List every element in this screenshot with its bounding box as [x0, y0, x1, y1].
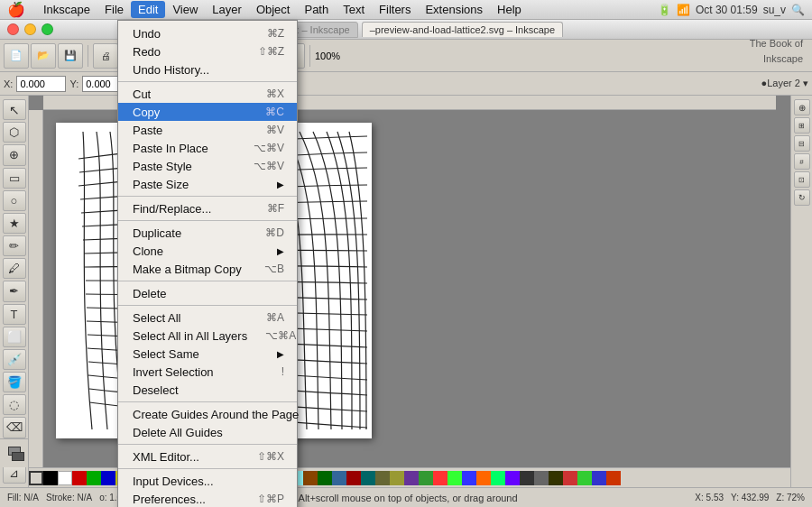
stroke-box[interactable]: [12, 452, 24, 461]
menu-delete-all-guides[interactable]: Delete All Guides: [118, 423, 297, 441]
red-swatch[interactable]: [72, 471, 87, 485]
menubar-filters[interactable]: Filters: [372, 1, 418, 18]
menu-redo[interactable]: Redo ⇧⌘Z: [118, 42, 297, 60]
black-swatch[interactable]: [43, 471, 58, 485]
dustyred-swatch[interactable]: [563, 471, 577, 485]
menubar-file[interactable]: File: [97, 1, 131, 18]
menubar-path[interactable]: Path: [297, 1, 336, 18]
menubar-text[interactable]: Text: [336, 1, 372, 18]
eraser-tool[interactable]: ⌫: [3, 417, 26, 438]
close-button[interactable]: [7, 23, 19, 35]
tan-swatch[interactable]: [390, 471, 404, 485]
sep-3: [118, 220, 297, 221]
xml-editor-shortcut: ⇧⌘X: [257, 450, 284, 463]
menu-paste[interactable]: Paste ⌘V: [118, 121, 297, 139]
menu-input-devices[interactable]: Input Devices...: [118, 472, 297, 490]
menu-preferences[interactable]: Preferences... ⇧⌘P: [118, 490, 297, 507]
zoom-fit-right[interactable]: ⊡: [794, 171, 810, 188]
menu-deselect[interactable]: Deselect: [118, 381, 297, 399]
blue-swatch[interactable]: [101, 471, 115, 485]
paint-bucket-tool[interactable]: 🪣: [3, 372, 26, 392]
window-tab-active[interactable]: –preview-and-load-lattice2.svg – Inkscap…: [362, 22, 563, 37]
rect-tool[interactable]: ▭: [3, 168, 26, 189]
grid-btn[interactable]: #: [794, 153, 810, 170]
node-tool[interactable]: ⬡: [3, 122, 26, 143]
menu-paste-in-place[interactable]: Paste In Place ⌥⌘V: [118, 139, 297, 157]
indigo-swatch[interactable]: [404, 471, 419, 485]
navy-swatch[interactable]: [332, 471, 346, 485]
menu-copy[interactable]: Copy ⌘C: [118, 103, 297, 121]
pen-tool[interactable]: 🖊: [3, 258, 26, 279]
menubar-inkscape[interactable]: Inkscape: [36, 1, 97, 18]
menubar-help[interactable]: Help: [490, 1, 529, 18]
menubar-object[interactable]: Object: [249, 1, 298, 18]
eyedropper-tool[interactable]: 💉: [3, 349, 26, 370]
pencil-tool[interactable]: ✏: [3, 235, 26, 256]
menu-invert-selection[interactable]: Invert Selection !: [118, 363, 297, 381]
apple-menu[interactable]: 🍎: [7, 1, 25, 18]
menu-find-replace[interactable]: Find/Replace... ⌘F: [118, 199, 297, 217]
menu-cut[interactable]: Cut ⌘X: [118, 85, 297, 103]
snap-toggle[interactable]: ⊕: [794, 99, 810, 115]
layer-selector[interactable]: ●Layer 2 ▾: [761, 78, 808, 89]
dkgreen-swatch[interactable]: [318, 471, 332, 485]
olive-swatch[interactable]: [375, 471, 390, 485]
dkteal-swatch[interactable]: [361, 471, 375, 485]
mintgreen-swatch[interactable]: [491, 471, 505, 485]
menu-select-all-layers[interactable]: Select All in All Layers ⌥⌘A: [118, 327, 297, 345]
menu-duplicate[interactable]: Duplicate ⌘D: [118, 224, 297, 242]
brown-swatch[interactable]: [303, 471, 318, 485]
minimize-button[interactable]: [24, 23, 36, 35]
dkgray-swatch[interactable]: [520, 471, 534, 485]
brightorange-swatch[interactable]: [476, 471, 491, 485]
white-swatch[interactable]: [58, 471, 72, 485]
redbrown-swatch[interactable]: [606, 471, 621, 485]
guides-btn[interactable]: ⊟: [794, 135, 810, 152]
medgreen-swatch[interactable]: [577, 471, 592, 485]
menu-select-same[interactable]: Select Same ▶: [118, 345, 297, 363]
new-button[interactable]: 📄: [4, 43, 29, 69]
menubar-extensions[interactable]: Extensions: [418, 1, 490, 18]
maroon-swatch[interactable]: [346, 471, 361, 485]
menubar-layer[interactable]: Layer: [205, 1, 249, 18]
midgray-swatch[interactable]: [534, 471, 549, 485]
violet-swatch[interactable]: [505, 471, 520, 485]
menu-clone[interactable]: Clone ▶: [118, 242, 297, 260]
menu-undo-history[interactable]: Undo History...: [118, 60, 297, 78]
menu-paste-size[interactable]: Paste Size ▶: [118, 175, 297, 193]
circle-tool[interactable]: ○: [3, 190, 26, 211]
green-swatch[interactable]: [87, 471, 101, 485]
menubar-view[interactable]: View: [165, 1, 205, 18]
menu-select-all[interactable]: Select All ⌘A: [118, 309, 297, 327]
star-tool[interactable]: ★: [3, 213, 26, 234]
lime-swatch[interactable]: [419, 471, 433, 485]
medblue-swatch[interactable]: [592, 471, 606, 485]
gradient-tool[interactable]: ⬜: [3, 327, 26, 347]
brightblue-swatch[interactable]: [462, 471, 476, 485]
print-button[interactable]: 🖨: [93, 43, 118, 69]
maximize-button[interactable]: [42, 23, 53, 35]
open-button[interactable]: 📂: [31, 43, 56, 69]
save-button[interactable]: 💾: [58, 43, 83, 69]
menu-make-bitmap-copy[interactable]: Make a Bitmap Copy ⌥B: [118, 260, 297, 278]
transparent-swatch[interactable]: [29, 471, 43, 485]
menu-delete[interactable]: Delete: [118, 284, 297, 302]
x-coord-input[interactable]: [16, 76, 66, 92]
text-tool[interactable]: T: [3, 304, 26, 325]
select-all-layers-shortcut: ⌥⌘A: [265, 329, 296, 342]
dkbrown-swatch[interactable]: [549, 471, 563, 485]
brightgreen-swatch[interactable]: [448, 471, 462, 485]
menu-undo[interactable]: Undo ⌘Z: [118, 24, 297, 42]
select-tool[interactable]: ↖: [3, 99, 26, 120]
zoom-tool[interactable]: ⊕: [3, 144, 26, 165]
ltred-swatch[interactable]: [433, 471, 448, 485]
menubar-edit[interactable]: Edit: [131, 1, 165, 18]
spray-tool[interactable]: ◌: [3, 394, 26, 415]
spotlight-icon[interactable]: 🔍: [791, 4, 805, 16]
menu-create-guides[interactable]: Create Guides Around the Page: [118, 405, 297, 423]
fill-stroke-btn[interactable]: ⊞: [794, 117, 810, 134]
menu-xml-editor[interactable]: XML Editor... ⇧⌘X: [118, 447, 297, 466]
calligraphy-tool[interactable]: ✒: [3, 281, 26, 301]
menu-paste-style[interactable]: Paste Style ⌥⌘V: [118, 157, 297, 175]
rotate-cw[interactable]: ↻: [794, 189, 810, 206]
